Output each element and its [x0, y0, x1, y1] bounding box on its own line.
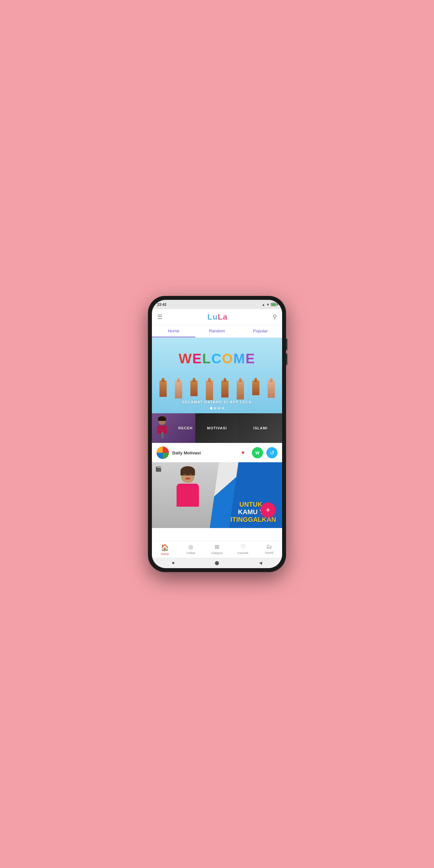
nav-home[interactable]: 🏠 Home	[152, 544, 178, 556]
status-bar: 23:42 ▲ ▼	[152, 300, 282, 309]
share-button[interactable]: ↺	[266, 447, 278, 458]
content-area[interactable]: WELCOME SELAMAT DATANG DI APP LULA	[152, 338, 282, 540]
post-avatar	[156, 446, 169, 459]
post-header: Daily Motivasi ♥ W ↺	[152, 443, 282, 462]
phone-screen: 23:42 ▲ ▼ ☰ LuLa ⚲ Home Random	[152, 300, 282, 568]
follow-icon: ◎	[188, 544, 193, 550]
category-icon: ⊞	[215, 544, 219, 550]
signal-icon: ▲	[262, 303, 265, 306]
nav-category[interactable]: ⊞ Category	[204, 544, 230, 556]
cat-islami[interactable]: ISLAMI	[239, 413, 282, 443]
hands-illustration	[152, 380, 282, 400]
logo-la: La	[218, 312, 227, 321]
wifi-icon: ▼	[266, 303, 270, 306]
menu-icon[interactable]: ☰	[157, 313, 162, 320]
status-time: 23:42	[157, 303, 166, 306]
whatsapp-button[interactable]: W	[252, 447, 263, 458]
welcome-banner: WELCOME SELAMAT DATANG DI APP LULA	[152, 338, 282, 413]
nav-saved[interactable]: 🗂 Saved	[256, 544, 282, 556]
nav-tabs: Home Random Popular	[152, 325, 282, 338]
back-btn[interactable]: ◀	[259, 561, 262, 565]
bottom-nav: 🏠 Home ◎ Follow ⊞ Category ♡ Favorite 🗂 …	[152, 540, 282, 558]
saved-icon: 🗂	[266, 544, 272, 550]
tab-popular[interactable]: Popular	[239, 325, 282, 337]
app-header: ☰ LuLa ⚲	[152, 309, 282, 325]
tab-random[interactable]: Random	[195, 325, 239, 337]
tab-home[interactable]: Home	[152, 325, 195, 337]
favorite-icon: ♡	[241, 544, 246, 550]
system-nav-bar: ■ ⬤ ◀	[152, 558, 282, 568]
recent-apps-btn[interactable]: ■	[172, 561, 174, 565]
like-button[interactable]: ♥	[237, 447, 249, 458]
fab-button[interactable]: +	[260, 502, 276, 518]
app-logo: LuLa	[208, 312, 227, 321]
home-btn[interactable]: ⬤	[215, 561, 219, 565]
post-author: Daily Motivasi	[172, 451, 234, 455]
cat-motivasi-label: MOTIVASI	[207, 426, 227, 430]
cat-receh[interactable]: RECEH	[152, 413, 195, 443]
cat-receh-label: RECEH	[152, 426, 195, 430]
welcome-text: WELCOME	[152, 351, 282, 367]
battery-icon	[271, 303, 277, 306]
search-icon[interactable]: ⚲	[273, 313, 277, 320]
nav-favorite[interactable]: ♡ Favorite	[230, 544, 256, 556]
video-indicator: 🎬	[155, 466, 162, 472]
banner-dots	[152, 407, 282, 409]
phone-frame: 23:42 ▲ ▼ ☰ LuLa ⚲ Home Random	[148, 296, 286, 572]
category-row: RECEH MOTIVASI ISLAMI	[152, 413, 282, 443]
cat-islami-label: ISLAMI	[253, 426, 267, 430]
status-icons: ▲ ▼	[262, 303, 277, 306]
cat-motivasi[interactable]: MOTIVASI	[195, 413, 239, 443]
nav-follow[interactable]: ◎ Follow	[178, 544, 204, 556]
post-image: UNTUKKAMU YDITINGGALKAN 🎬	[152, 462, 282, 528]
logo-lu: Lu	[208, 312, 218, 321]
home-icon: 🏠	[161, 544, 169, 551]
post-actions: ♥ W ↺	[237, 447, 278, 458]
welcome-subtitle: SELAMAT DATANG DI APP LULA	[152, 400, 282, 404]
